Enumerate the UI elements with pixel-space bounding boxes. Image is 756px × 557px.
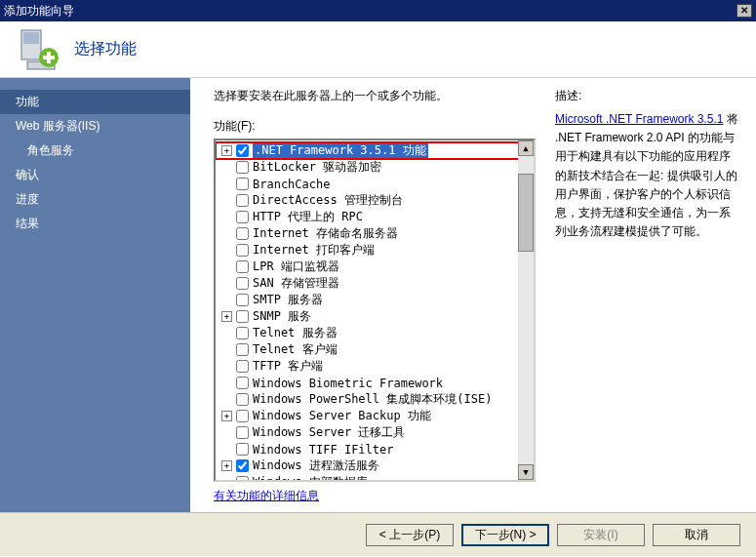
features-tree[interactable]: +.NET Framework 3.5.1 功能BitLocker 驱动器加密B… bbox=[214, 139, 536, 482]
expand-spacer bbox=[221, 195, 232, 206]
tree-row[interactable]: SMTP 服务器 bbox=[216, 292, 534, 308]
page-title: 选择功能 bbox=[74, 39, 137, 60]
feature-label: SAN 存储管理器 bbox=[253, 275, 339, 292]
feature-label: DirectAccess 管理控制台 bbox=[253, 192, 403, 209]
expand-spacer bbox=[221, 162, 232, 173]
expand-icon[interactable]: + bbox=[221, 411, 232, 421]
feature-checkbox[interactable] bbox=[236, 194, 249, 207]
tree-row[interactable]: +.NET Framework 3.5.1 功能 bbox=[216, 142, 534, 159]
feature-label: Telnet 服务器 bbox=[253, 325, 338, 341]
tree-row[interactable]: +SNMP 服务 bbox=[216, 308, 534, 325]
feature-checkbox[interactable] bbox=[236, 410, 249, 422]
expand-spacer bbox=[221, 444, 232, 455]
description-link[interactable]: Microsoft .NET Framework 3.5.1 bbox=[555, 112, 724, 126]
feature-checkbox[interactable] bbox=[236, 244, 249, 257]
feature-checkbox[interactable] bbox=[236, 260, 249, 273]
feature-label: Internet 打印客户端 bbox=[253, 242, 375, 259]
description-body: Microsoft .NET Framework 3.5.1 将 .NET Fr… bbox=[555, 110, 740, 241]
feature-checkbox[interactable] bbox=[236, 144, 249, 157]
feature-label: Telnet 客户端 bbox=[253, 341, 338, 358]
tree-row[interactable]: SAN 存储管理器 bbox=[216, 275, 534, 292]
feature-checkbox[interactable] bbox=[236, 343, 249, 356]
sidebar-item-5[interactable]: 结果 bbox=[0, 212, 190, 236]
close-button[interactable]: ✕ bbox=[736, 4, 752, 18]
expand-spacer bbox=[221, 477, 232, 482]
feature-checkbox[interactable] bbox=[236, 178, 249, 190]
wizard-icon bbox=[16, 26, 62, 73]
tree-row[interactable]: Windows 内部数据库 bbox=[216, 474, 534, 482]
expand-icon[interactable]: + bbox=[221, 460, 232, 471]
feature-checkbox[interactable] bbox=[236, 227, 249, 240]
feature-checkbox[interactable] bbox=[236, 294, 249, 306]
tree-row[interactable]: Internet 打印客户端 bbox=[216, 242, 534, 259]
expand-icon[interactable]: + bbox=[221, 145, 232, 156]
sidebar-item-2[interactable]: 角色服务 bbox=[0, 139, 190, 163]
tree-row[interactable]: BranchCache bbox=[216, 176, 534, 192]
install-button[interactable]: 安装(I) bbox=[557, 524, 645, 546]
feature-label: Windows Biometric Framework bbox=[253, 377, 443, 390]
sidebar-item-0[interactable]: 功能 bbox=[0, 90, 190, 114]
feature-checkbox[interactable] bbox=[236, 426, 249, 439]
expand-spacer bbox=[221, 361, 232, 372]
feature-label: SNMP 服务 bbox=[253, 308, 311, 325]
tree-row[interactable]: +Windows 进程激活服务 bbox=[216, 458, 534, 474]
scroll-up-arrow[interactable]: ▲ bbox=[518, 140, 534, 156]
sidebar-item-4[interactable]: 进度 bbox=[0, 187, 190, 212]
tree-row[interactable]: DirectAccess 管理控制台 bbox=[216, 192, 534, 209]
next-button[interactable]: 下一步(N) > bbox=[461, 524, 549, 546]
tree-row[interactable]: HTTP 代理上的 RPC bbox=[216, 209, 534, 225]
feature-checkbox[interactable] bbox=[236, 377, 249, 389]
expand-spacer bbox=[221, 179, 232, 189]
expand-icon[interactable]: + bbox=[221, 311, 232, 322]
feature-checkbox[interactable] bbox=[236, 360, 249, 373]
feature-label: BranchCache bbox=[253, 178, 330, 191]
expand-spacer bbox=[221, 295, 232, 305]
feature-checkbox[interactable] bbox=[236, 327, 249, 339]
titlebar: 添加功能向导 ✕ bbox=[0, 0, 756, 21]
sidebar-item-3[interactable]: 确认 bbox=[0, 163, 190, 187]
window-title: 添加功能向导 bbox=[4, 0, 74, 21]
tree-row[interactable]: Internet 存储命名服务器 bbox=[216, 225, 534, 242]
sidebar-item-1[interactable]: Web 服务器(IIS) bbox=[0, 114, 190, 139]
description-text: 将 .NET Framework 2.0 API 的功能与用于构建具有以下功能的… bbox=[555, 112, 738, 238]
prev-button[interactable]: < 上一步(P) bbox=[366, 524, 454, 546]
feature-label: BitLocker 驱动器加密 bbox=[253, 159, 381, 176]
feature-checkbox[interactable] bbox=[236, 459, 249, 472]
feature-checkbox[interactable] bbox=[236, 310, 249, 323]
feature-label: SMTP 服务器 bbox=[253, 292, 323, 308]
svg-rect-1 bbox=[23, 32, 39, 44]
tree-row[interactable]: TFTP 客户端 bbox=[216, 358, 534, 375]
expand-spacer bbox=[221, 245, 232, 256]
tree-row[interactable]: Windows Biometric Framework bbox=[216, 375, 534, 391]
footer: < 上一步(P) 下一步(N) > 安装(I) 取消 bbox=[0, 512, 756, 556]
svg-rect-5 bbox=[43, 56, 55, 60]
tree-row[interactable]: Windows TIFF IFilter bbox=[216, 441, 534, 458]
tree-row[interactable]: Windows Server 迁移工具 bbox=[216, 424, 534, 441]
feature-checkbox[interactable] bbox=[236, 161, 249, 174]
tree-row[interactable]: Telnet 服务器 bbox=[216, 325, 534, 341]
feature-checkbox[interactable] bbox=[236, 476, 249, 482]
sidebar: 功能Web 服务器(IIS)角色服务确认进度结果 bbox=[0, 78, 190, 512]
description-label: 描述: bbox=[555, 88, 740, 104]
cancel-button[interactable]: 取消 bbox=[653, 524, 740, 546]
tree-row[interactable]: +Windows Server Backup 功能 bbox=[216, 408, 534, 424]
scroll-thumb[interactable] bbox=[518, 174, 534, 252]
expand-spacer bbox=[221, 427, 232, 438]
feature-checkbox[interactable] bbox=[236, 277, 249, 290]
header: 选择功能 bbox=[0, 21, 756, 78]
feature-checkbox[interactable] bbox=[236, 393, 249, 406]
feature-checkbox[interactable] bbox=[236, 211, 249, 223]
scroll-down-arrow[interactable]: ▼ bbox=[518, 464, 534, 480]
tree-row[interactable]: BitLocker 驱动器加密 bbox=[216, 159, 534, 176]
tree-row[interactable]: LPR 端口监视器 bbox=[216, 259, 534, 275]
tree-row[interactable]: Telnet 客户端 bbox=[216, 341, 534, 358]
expand-spacer bbox=[221, 328, 232, 338]
feature-label: LPR 端口监视器 bbox=[253, 259, 339, 275]
tree-row[interactable]: Windows PowerShell 集成脚本环境(ISE) bbox=[216, 391, 534, 408]
feature-checkbox[interactable] bbox=[236, 443, 249, 456]
feature-label: Windows PowerShell 集成脚本环境(ISE) bbox=[253, 391, 492, 408]
more-info-link[interactable]: 有关功能的详细信息 bbox=[214, 489, 319, 502]
tree-scrollbar[interactable]: ▲ ▼ bbox=[518, 140, 534, 480]
feature-label: Windows Server Backup 功能 bbox=[253, 408, 431, 424]
expand-spacer bbox=[221, 344, 232, 355]
